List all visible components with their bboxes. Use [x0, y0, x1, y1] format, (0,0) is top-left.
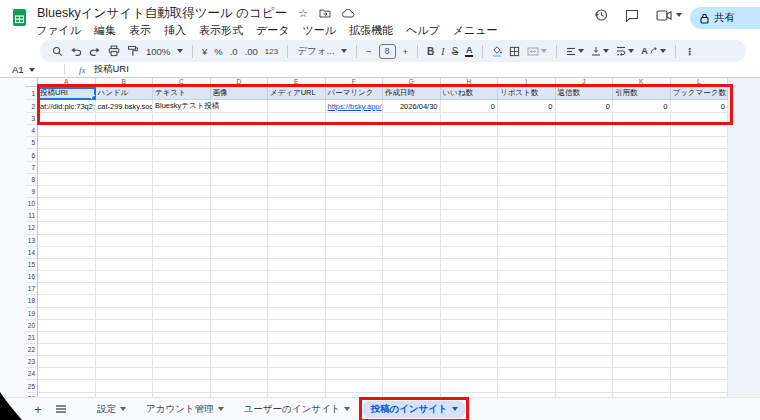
- cell-D22[interactable]: [211, 344, 269, 356]
- paint-format-icon[interactable]: [127, 45, 139, 57]
- cell-I9[interactable]: [498, 186, 556, 198]
- cell-I18[interactable]: [498, 295, 556, 307]
- cell-G11[interactable]: [383, 210, 441, 222]
- cell-A17[interactable]: [38, 283, 96, 295]
- cell-F21[interactable]: [326, 332, 384, 344]
- fill-color-button[interactable]: [492, 46, 502, 57]
- cell-K12[interactable]: [613, 222, 671, 234]
- cell-F23[interactable]: [326, 356, 384, 368]
- scrollbar-track[interactable]: [728, 78, 760, 397]
- cell-H21[interactable]: [441, 332, 499, 344]
- cell-C24[interactable]: [153, 368, 211, 380]
- cell-D8[interactable]: [211, 174, 269, 186]
- cell-I3[interactable]: [498, 113, 556, 125]
- row-number-2[interactable]: 2: [26, 100, 37, 113]
- cell-L6[interactable]: [671, 149, 729, 161]
- sheet-tab-menu-caret[interactable]: [120, 407, 126, 411]
- cell-A22[interactable]: [38, 344, 96, 356]
- cell-L2[interactable]: 0: [671, 100, 729, 113]
- cell-J13[interactable]: [556, 235, 614, 247]
- cell-J21[interactable]: [556, 332, 614, 344]
- decrease-decimals-button[interactable]: .0: [230, 46, 238, 57]
- cell-I22[interactable]: [498, 344, 556, 356]
- cell-L16[interactable]: [671, 271, 729, 283]
- column-letter-G[interactable]: G: [383, 78, 441, 86]
- cell-L8[interactable]: [671, 174, 729, 186]
- cell-E14[interactable]: [268, 247, 326, 259]
- cell-L22[interactable]: [671, 344, 729, 356]
- text-rotation-button[interactable]: A: [641, 46, 666, 56]
- cell-I10[interactable]: [498, 198, 556, 210]
- cell-E6[interactable]: [268, 149, 326, 161]
- cell-D16[interactable]: [211, 271, 269, 283]
- cell-C9[interactable]: [153, 186, 211, 198]
- cell-C14[interactable]: [153, 247, 211, 259]
- more-formats-button[interactable]: 123: [265, 47, 278, 56]
- cell-H17[interactable]: [441, 283, 499, 295]
- cell-C3[interactable]: [153, 113, 211, 125]
- cell-E15[interactable]: [268, 259, 326, 271]
- cell-H23[interactable]: [441, 356, 499, 368]
- cell-H2[interactable]: 0: [441, 100, 499, 113]
- cell-F15[interactable]: [326, 259, 384, 271]
- vertical-align-button[interactable]: [591, 46, 609, 56]
- cell-B15[interactable]: [96, 259, 154, 271]
- row-number-21[interactable]: 21: [26, 332, 37, 344]
- font-select[interactable]: デフォ...: [297, 45, 347, 58]
- header-cell-I1[interactable]: リポスト数: [498, 87, 556, 100]
- cell-B6[interactable]: [96, 149, 154, 161]
- row-number-1[interactable]: 1: [26, 87, 37, 100]
- cell-F20[interactable]: [326, 320, 384, 332]
- cell-H8[interactable]: [441, 174, 499, 186]
- cell-D20[interactable]: [211, 320, 269, 332]
- redo-icon[interactable]: [89, 46, 101, 57]
- cell-G25[interactable]: [383, 380, 441, 392]
- cell-K25[interactable]: [613, 380, 671, 392]
- cell-E7[interactable]: [268, 162, 326, 174]
- merge-cells-button[interactable]: [527, 46, 547, 57]
- row-number-6[interactable]: 6: [26, 149, 37, 161]
- cell-F17[interactable]: [326, 283, 384, 295]
- meet-dropdown-caret[interactable]: [676, 13, 682, 17]
- cell-I8[interactable]: [498, 174, 556, 186]
- cloud-status-icon[interactable]: [342, 9, 355, 18]
- cell-I12[interactable]: [498, 222, 556, 234]
- cell-I2[interactable]: 0: [498, 100, 556, 113]
- cell-A11[interactable]: [38, 210, 96, 222]
- column-letter-F[interactable]: F: [326, 78, 384, 86]
- cell-E20[interactable]: [268, 320, 326, 332]
- cell-I4[interactable]: [498, 125, 556, 137]
- cell-L25[interactable]: [671, 380, 729, 392]
- cell-A8[interactable]: [38, 174, 96, 186]
- cell-K2[interactable]: 0: [613, 100, 671, 113]
- cell-C22[interactable]: [153, 344, 211, 356]
- cell-J12[interactable]: [556, 222, 614, 234]
- column-letter-K[interactable]: K: [613, 78, 671, 86]
- column-letter-B[interactable]: B: [96, 78, 154, 86]
- cell-D19[interactable]: [211, 308, 269, 320]
- cell-L11[interactable]: [671, 210, 729, 222]
- cell-G8[interactable]: [383, 174, 441, 186]
- column-letter-E[interactable]: E: [268, 78, 326, 86]
- cell-F6[interactable]: [326, 149, 384, 161]
- cell-L19[interactable]: [671, 308, 729, 320]
- cell-L21[interactable]: [671, 332, 729, 344]
- cell-I24[interactable]: [498, 368, 556, 380]
- search-menus-icon[interactable]: [52, 46, 63, 57]
- cell-F4[interactable]: [326, 125, 384, 137]
- cell-B23[interactable]: [96, 356, 154, 368]
- cell-L4[interactable]: [671, 125, 729, 137]
- cell-L13[interactable]: [671, 235, 729, 247]
- cell-H25[interactable]: [441, 380, 499, 392]
- header-cell-L1[interactable]: ブックマーク数: [671, 87, 729, 100]
- cell-F2[interactable]: https://bsky.app/: [326, 100, 384, 113]
- cell-H15[interactable]: [441, 259, 499, 271]
- cell-L14[interactable]: [671, 247, 729, 259]
- sheet-tab-menu-caret[interactable]: [344, 407, 350, 411]
- meet-button[interactable]: [656, 10, 682, 21]
- cell-E8[interactable]: [268, 174, 326, 186]
- menu-item-6[interactable]: データ: [256, 23, 290, 38]
- column-letter-A[interactable]: A: [38, 78, 96, 86]
- cell-H5[interactable]: [441, 137, 499, 149]
- cell-B25[interactable]: [96, 380, 154, 392]
